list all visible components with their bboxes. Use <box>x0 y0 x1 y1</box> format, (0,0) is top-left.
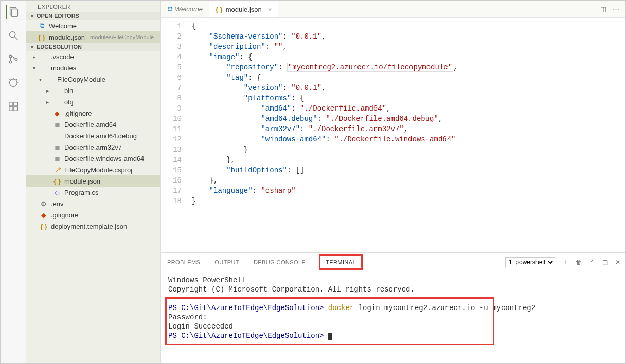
kill-terminal-icon[interactable]: 🗑 <box>576 259 582 266</box>
tree-item-label: FileCopyModule.csproj <box>64 166 132 174</box>
activity-bar <box>1 1 26 363</box>
new-terminal-icon[interactable]: ＋ <box>562 258 568 266</box>
tree-item[interactable]: ◆.gitignore <box>26 107 160 119</box>
git-icon: ◆ <box>40 211 48 219</box>
tree-item[interactable]: ▸bin <box>26 85 160 96</box>
tab-module-json[interactable]: { } module.json × <box>209 1 278 17</box>
svg-point-2 <box>9 32 15 38</box>
line-number: 7 <box>161 83 182 93</box>
tab-close-icon[interactable]: × <box>268 6 272 13</box>
editor-group: ⧉ Welcome { } module.json × ◫ ⋯ 12345678… <box>161 1 625 363</box>
svg-rect-8 <box>9 102 12 106</box>
code-content: { "$schema-version": "0.0.1", "descripti… <box>189 18 458 252</box>
activity-search-icon[interactable] <box>6 28 21 43</box>
terminal-line: Copyright (C) Microsoft Corporation. All… <box>168 285 618 294</box>
split-editor-icon[interactable]: ◫ <box>600 5 606 13</box>
activity-debug-icon[interactable] <box>6 76 21 90</box>
tree-item[interactable]: ≣Dockerfile.amd64.debug <box>26 130 160 141</box>
close-panel-icon[interactable]: ✕ <box>615 259 620 266</box>
chevron-icon <box>45 133 50 139</box>
chevron-icon: ▾ <box>31 65 37 71</box>
terminal-selector[interactable]: 1: powershell <box>505 257 555 267</box>
folder-header[interactable]: ▾ EDGESOLUTION <box>26 43 160 51</box>
code-line: "repository": "mycontreg2.azurecr.io/fil… <box>192 62 458 72</box>
chevron-icon <box>45 144 50 150</box>
chevron-icon: ▸ <box>45 88 50 94</box>
tree-item[interactable]: ▾modules <box>26 62 160 74</box>
tree-item[interactable]: ⚙.env <box>26 198 160 209</box>
code-line: "buildOptions": [] <box>192 165 458 175</box>
tree-item[interactable]: ≣Dockerfile.arm32v7 <box>26 141 160 153</box>
tab-welcome[interactable]: ⧉ Welcome <box>161 1 209 17</box>
tab-label: Welcome <box>175 5 203 13</box>
chevron-icon: ▸ <box>45 99 50 105</box>
tree-item[interactable]: ◆.gitignore <box>26 209 160 221</box>
code-editor[interactable]: 123456789101112131415161718 { "$schema-v… <box>161 18 625 252</box>
code-line: "windows-amd64": "./Dockerfile.windows-a… <box>192 134 458 144</box>
svg-point-5 <box>9 61 12 63</box>
code-line: "amd64": "./Dockerfile.amd64", <box>192 103 458 114</box>
panel-tab-debug-console[interactable]: DEBUG CONSOLE <box>253 257 307 267</box>
open-editors-label: OPEN EDITORS <box>37 13 79 19</box>
svg-line-3 <box>14 37 17 40</box>
svg-rect-9 <box>13 102 17 106</box>
maximize-panel-icon[interactable]: ＾ <box>589 258 595 266</box>
folder-label: EDGESOLUTION <box>37 44 82 50</box>
panel-tab-output[interactable]: OUTPUT <box>213 257 240 267</box>
open-editors-list: ⧉Welcome{ }module.jsonmodules\FileCopyMo… <box>26 20 160 43</box>
activity-scm-icon[interactable] <box>6 52 21 66</box>
tree-item[interactable]: ≣Dockerfile.amd64 <box>26 119 160 130</box>
panel-tab-terminal[interactable]: TERMINAL <box>319 254 363 270</box>
svg-point-6 <box>15 58 17 61</box>
code-line: "platforms": { <box>192 93 458 103</box>
code-line: } <box>192 144 458 155</box>
line-number: 4 <box>161 52 182 62</box>
line-number: 8 <box>161 93 182 103</box>
tabbar-actions: ◫ ⋯ <box>600 1 625 17</box>
tree-item[interactable]: { }deployment.template.json <box>26 221 160 232</box>
file-icon: ≣ <box>53 143 61 151</box>
file-icon: ≣ <box>53 132 61 140</box>
open-editors-header[interactable]: ▾ OPEN EDITORS <box>26 12 160 20</box>
code-line: "tag": { <box>192 72 458 83</box>
line-number: 14 <box>161 155 182 165</box>
tree-item[interactable]: ▸.vscode <box>26 51 160 62</box>
chevron-icon: ▸ <box>31 54 37 60</box>
code-line: "description": "", <box>192 42 458 52</box>
open-editor-item[interactable]: ⧉Welcome <box>26 20 160 31</box>
split-terminal-icon[interactable]: ◫ <box>602 259 608 266</box>
chevron-icon <box>31 224 37 229</box>
tree-item-label: Dockerfile.windows-amd64 <box>64 155 144 162</box>
line-number: 3 <box>161 42 182 52</box>
panel-tab-problems[interactable]: PROBLEMS <box>166 257 201 267</box>
chevron-icon <box>45 122 50 128</box>
open-editor-item[interactable]: { }module.jsonmodules\FileCopyModule <box>26 31 160 43</box>
line-number: 11 <box>161 124 182 134</box>
braces-icon: { } <box>216 6 223 13</box>
tree-item[interactable]: { }module.json <box>26 175 160 187</box>
tree-item-label: Program.cs <box>64 189 98 196</box>
activity-extensions-icon[interactable] <box>6 99 21 114</box>
chevron-icon <box>45 167 50 173</box>
tree-item[interactable]: ◇Program.cs <box>26 187 160 198</box>
braces-icon: { } <box>53 177 61 185</box>
tree-item[interactable]: ⎇FileCopyModule.csproj <box>26 164 160 175</box>
explorer-sidebar: EXPLORER ▾ OPEN EDITORS ⧉Welcome{ }modul… <box>26 1 161 363</box>
tree-item-label: module.json <box>64 177 100 185</box>
tree-item-label: obj <box>64 98 73 106</box>
terminal-view[interactable]: Windows PowerShell Copyright (C) Microso… <box>161 271 625 363</box>
tree-item[interactable]: ▸obj <box>26 96 160 107</box>
tree-item-label: FileCopyModule <box>57 76 105 83</box>
more-actions-icon[interactable]: ⋯ <box>613 5 619 13</box>
svg-rect-11 <box>13 107 17 111</box>
svg-point-4 <box>9 55 12 58</box>
code-line: } <box>192 196 458 206</box>
tree-item[interactable]: ≣Dockerfile.windows-amd64 <box>26 153 160 164</box>
tree-item-label: .gitignore <box>51 211 78 219</box>
terminal-line: Windows PowerShell <box>168 276 618 285</box>
tree-item-label: .gitignore <box>64 110 92 117</box>
tree-item[interactable]: ▾FileCopyModule <box>26 74 160 85</box>
code-line: "arm32v7": "./Dockerfile.arm32v7", <box>192 124 458 134</box>
activity-explorer-icon[interactable] <box>6 5 21 19</box>
open-editor-label: module.json <box>49 33 85 41</box>
